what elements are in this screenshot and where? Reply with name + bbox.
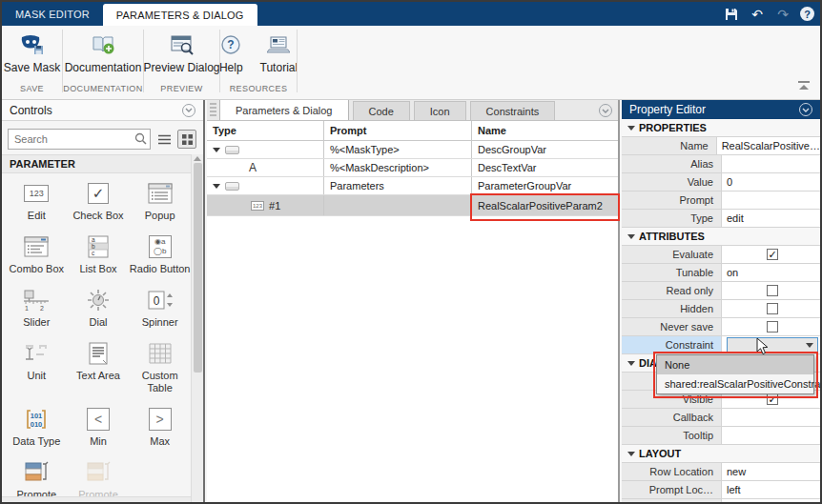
svg-text:2: 2 <box>40 305 44 312</box>
evaluate-checkbox[interactable] <box>767 249 778 260</box>
svg-text:010: 010 <box>31 420 43 429</box>
control-min[interactable]: < Min <box>68 402 130 448</box>
help-icon[interactable]: ? <box>800 7 814 21</box>
toolstrip-tab-bar: MASK EDITOR PARAMETERS & DIALOG ↶ ↷ ? <box>2 2 820 26</box>
expand-arrow-icon[interactable] <box>213 184 220 189</box>
property-row-evaluate: Evaluate <box>622 246 820 264</box>
tab-constraints[interactable]: Constraints <box>470 101 556 120</box>
control-check-box[interactable]: ✓ Check Box <box>68 176 130 222</box>
section-properties[interactable]: PROPERTIES <box>622 119 820 137</box>
spinner-icon: 0 <box>145 287 175 313</box>
search-icon <box>134 132 147 147</box>
dialog-editor-panel: Parameters & Dialog Code Icon Constraint… <box>207 100 620 502</box>
editor-collapse-icon[interactable] <box>599 104 612 117</box>
undo-icon[interactable]: ↶ <box>749 6 766 23</box>
section-layout[interactable]: LAYOUT <box>622 445 820 463</box>
save-icon[interactable] <box>723 6 740 23</box>
svg-text:a: a <box>92 236 95 243</box>
dropdown-option-none[interactable]: None <box>657 355 813 374</box>
property-editor-collapse-icon[interactable] <box>799 103 812 116</box>
search-input[interactable] <box>8 129 151 150</box>
data-type-icon: 101010 <box>21 406 51 433</box>
edit-icon: 123 <box>21 180 51 207</box>
column-type[interactable]: Type <box>207 121 324 140</box>
svg-text:?: ? <box>228 38 235 51</box>
min-icon: < <box>83 406 113 433</box>
control-text-area[interactable]: Text Area <box>68 336 130 394</box>
edit-param-icon: 123 <box>251 201 264 211</box>
section-attributes[interactable]: ATTRIBUTES <box>622 228 820 246</box>
list-view-button[interactable] <box>154 130 174 149</box>
constraint-dropdown-list: None shared:realScalarPositiveConstraint <box>656 354 814 394</box>
tab-parameters-and-dialog[interactable]: Parameters & Dialog <box>219 100 349 120</box>
svg-text:0: 0 <box>153 294 159 308</box>
text-icon: A <box>213 161 257 174</box>
control-spinner[interactable]: 0 Spinner <box>129 283 191 329</box>
property-row-tunable: Tunableon <box>622 264 820 282</box>
controls-panel: Controls PARA <box>2 100 205 502</box>
group-icon <box>225 182 239 191</box>
control-radio-button[interactable]: ◉a◯b Radio Button <box>129 230 191 275</box>
property-editor-title: Property Editor <box>629 103 706 116</box>
property-row-constraint: Constraint <box>622 336 820 354</box>
property-row-horizontal-stretch: Horizontal S… <box>622 499 820 502</box>
help-button-icon: ? <box>220 34 241 57</box>
svg-text:1: 1 <box>25 305 29 312</box>
controls-scrollbar[interactable] <box>191 154 203 502</box>
control-promote-one[interactable]: Promote One-to-... <box>6 455 68 502</box>
group-icon <box>225 146 239 154</box>
table-header: Type Prompt Name <box>207 121 618 141</box>
unit-icon <box>21 340 51 367</box>
svg-text:101: 101 <box>31 412 43 420</box>
section-container[interactable]: CONTAINER <box>2 496 192 502</box>
control-custom-table[interactable]: Custom Table <box>129 336 191 394</box>
control-edit[interactable]: 123 Edit <box>6 176 68 222</box>
group-label-documentation: DOCUMENTATION <box>63 84 143 99</box>
control-popup[interactable]: Popup <box>129 176 191 222</box>
redo-icon[interactable]: ↷ <box>774 6 791 23</box>
constraint-dropdown[interactable] <box>727 337 818 353</box>
dropdown-option-shared-constraint[interactable]: shared:realScalarPositiveConstraint <box>657 374 813 393</box>
property-row-prompt-location: Prompt Loc…left <box>622 481 820 499</box>
control-data-type[interactable]: 101010 Data Type <box>6 402 68 448</box>
documentation-button[interactable]: Documentation <box>59 31 148 77</box>
chevron-down-icon <box>806 343 813 348</box>
help-button[interactable]: ? Help <box>214 31 249 77</box>
save-mask-icon <box>20 34 45 57</box>
column-prompt[interactable]: Prompt <box>324 121 472 140</box>
section-parameter[interactable]: PARAMETER <box>2 154 192 173</box>
documentation-icon <box>91 34 115 57</box>
control-slider[interactable]: 12 Slider <box>6 283 68 329</box>
control-dial[interactable]: Dial <box>68 283 130 329</box>
grid-view-button[interactable] <box>177 130 196 149</box>
tab-mask-editor[interactable]: MASK EDITOR <box>2 2 103 26</box>
never-save-checkbox[interactable] <box>767 321 778 333</box>
controls-collapse-icon[interactable] <box>182 104 195 117</box>
control-unit[interactable]: Unit <box>6 336 68 394</box>
tab-code[interactable]: Code <box>353 101 410 120</box>
control-list-box[interactable]: abc List Box <box>68 230 130 275</box>
tab-parameters-dialog[interactable]: PARAMETERS & DIALOG <box>103 4 257 26</box>
table-row[interactable]: A %<MaskDescription> DescTextVar <box>207 159 618 177</box>
control-combo-box[interactable]: Combo Box <box>6 230 68 275</box>
table-row[interactable]: Parameters ParameterGroupVar <box>207 177 618 195</box>
control-max[interactable]: > Max <box>129 402 191 448</box>
control-promote-many: Promote Many-to:.. <box>68 455 130 502</box>
popup-icon <box>145 180 175 207</box>
table-row-selected[interactable]: 123#1 RealScalarPositiveParam2 <box>207 195 618 216</box>
preview-dialog-button[interactable]: Preview Dialog <box>137 31 225 77</box>
property-row-alias: Alias <box>622 155 820 173</box>
visible-checkbox[interactable] <box>767 393 778 405</box>
tab-icon[interactable]: Icon <box>414 101 466 120</box>
read-only-checkbox[interactable] <box>767 285 778 296</box>
save-mask-button[interactable]: Save Mask <box>0 31 66 77</box>
controls-panel-title: Controls <box>10 104 52 117</box>
collapse-toolstrip-icon[interactable] <box>797 81 811 92</box>
column-name[interactable]: Name <box>472 121 618 140</box>
table-row[interactable]: %<MaskType> DescGroupVar <box>207 141 618 159</box>
tutorial-icon <box>267 34 290 57</box>
expand-arrow-icon[interactable] <box>213 148 220 152</box>
svg-text:b: b <box>92 243 95 250</box>
hidden-checkbox[interactable] <box>767 303 778 314</box>
gripper-icon[interactable] <box>210 103 216 118</box>
